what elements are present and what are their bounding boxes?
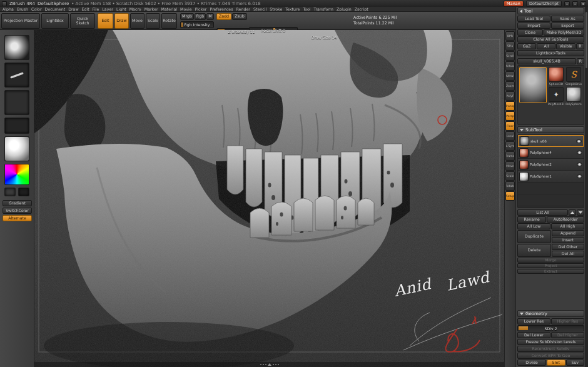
right-shelf-button[interactable]: PolyF <box>505 91 515 101</box>
current-tool-name[interactable]: skull_v065.4B <box>517 58 576 64</box>
projection-master-button[interactable]: Projection Master <box>1 13 40 29</box>
main-color-swatch[interactable] <box>4 188 16 196</box>
clone-button[interactable]: Clone <box>517 29 543 36</box>
brush-thumbnail[interactable] <box>4 35 29 60</box>
goz-visible-button[interactable]: Visible <box>556 43 575 49</box>
del-all-button[interactable]: Del All <box>552 251 584 257</box>
divide-button[interactable]: Divide <box>517 359 546 366</box>
menu-item[interactable]: Marker <box>144 7 158 11</box>
menu-item[interactable]: File <box>93 7 99 11</box>
menu-item[interactable]: Preferences <box>210 7 233 11</box>
sdiv-slider[interactable]: SDiv 2 <box>517 325 584 331</box>
right-shelf-button[interactable]: L.Sym <box>505 141 515 151</box>
menu-item[interactable]: Transform <box>314 7 333 11</box>
eye-icon[interactable] <box>577 174 582 178</box>
goz-all-button[interactable]: All <box>537 43 555 49</box>
suv-toggle[interactable]: Suv <box>566 359 585 366</box>
rename-button[interactable]: Rename <box>517 216 546 223</box>
import-button[interactable]: Import <box>517 23 550 29</box>
load-tool-button[interactable]: Load Tool <box>517 16 550 22</box>
menu-item[interactable]: Document <box>45 7 66 11</box>
eye-icon[interactable] <box>576 139 582 143</box>
clone-all-subtools-button[interactable]: Clone All SubTools <box>517 36 584 43</box>
user-button[interactable]: Manan <box>504 1 524 7</box>
menu-item[interactable]: Draw <box>68 7 78 11</box>
edit-button[interactable]: Edit <box>98 13 113 29</box>
make-polymesh3d-button[interactable]: Make PolyMesh3D <box>544 29 584 36</box>
extract-section[interactable]: Extract <box>517 269 584 274</box>
duplicate-button[interactable]: Duplicate <box>517 230 551 243</box>
tool-thumb-sphere3d[interactable]: Sphere3D <box>548 67 564 86</box>
alpha-thumbnail[interactable] <box>4 90 29 115</box>
eye-icon[interactable] <box>577 151 582 154</box>
right-shelf-button[interactable]: SPix <box>505 41 515 51</box>
menu-item[interactable]: Color <box>31 7 41 11</box>
lightbox-tools-button[interactable]: Lightbox>Tools <box>517 50 584 56</box>
menu-item[interactable]: Tool <box>303 7 310 11</box>
right-shelf-button[interactable]: BPR <box>505 31 515 41</box>
convert-bpr-button[interactable]: Convert BPR To Geo <box>517 353 584 359</box>
append-button[interactable]: Append <box>552 230 584 236</box>
del-other-button[interactable]: Del Other <box>552 244 584 250</box>
all-high-button[interactable]: All High <box>551 223 584 229</box>
insert-button[interactable]: Insert <box>552 237 584 243</box>
menu-item[interactable]: Zplugin <box>337 7 352 11</box>
subtool-row[interactable]: skull_v06 <box>518 135 584 147</box>
m-button[interactable]: M <box>206 13 214 20</box>
menu-item[interactable]: Layer <box>102 7 113 11</box>
menu-item[interactable]: Light <box>116 7 126 11</box>
merge-section[interactable]: Merge <box>517 258 584 263</box>
zsub-button[interactable]: Zsub <box>232 13 247 20</box>
geometry-section-header[interactable]: Geometry <box>517 310 584 317</box>
export-button[interactable]: Export <box>551 23 584 29</box>
subtool-section-header[interactable]: SubTool <box>517 126 584 133</box>
close-icon[interactable] <box>580 1 586 6</box>
delete-button[interactable]: Delete <box>517 244 551 257</box>
right-shelf-button[interactable]: Move <box>505 161 515 171</box>
project-section[interactable]: Project <box>517 263 584 268</box>
current-tool-r-button[interactable]: R <box>577 58 584 64</box>
right-shelf-button[interactable]: Setup <box>505 191 515 201</box>
goz-button[interactable]: GoZ <box>517 43 536 49</box>
texture-thumbnail[interactable] <box>4 118 29 134</box>
right-shelf-button[interactable]: Rotate <box>505 181 515 191</box>
draw-button[interactable]: Draw <box>114 13 129 29</box>
lower-res-button[interactable]: Lower Res <box>517 318 550 324</box>
current-tool-thumbnail[interactable] <box>519 67 547 103</box>
color-picker[interactable] <box>4 164 29 185</box>
alternate-button[interactable]: Alternate <box>3 215 32 221</box>
menu-item[interactable]: Stencil <box>253 7 266 11</box>
menu-item[interactable]: Macro <box>129 7 141 11</box>
menu-item[interactable]: Material <box>161 7 177 11</box>
menu-item[interactable]: Alpha <box>3 7 14 11</box>
eye-icon[interactable] <box>577 163 582 166</box>
quick-sketch-button[interactable]: Quick Sketch <box>70 13 95 29</box>
goz-r-button[interactable]: R <box>576 43 584 49</box>
list-all-button[interactable]: List All <box>517 209 568 216</box>
smt-toggle[interactable]: Smt <box>547 359 565 366</box>
right-shelf-button[interactable]: Actual <box>505 61 515 71</box>
reconstruct-subdiv-button[interactable]: Reconstruct Subdiv <box>517 346 584 352</box>
right-shelf-button[interactable]: Scale <box>505 171 515 181</box>
menu-item[interactable]: Brush <box>17 7 28 11</box>
tool-thumb-polysphere[interactable]: PolySphere <box>565 87 582 106</box>
menu-item[interactable]: Texture <box>285 7 300 11</box>
tool-thumb-polymesh3d[interactable]: ✦ PolyMesh3D <box>548 87 564 106</box>
right-shelf-button[interactable]: Scroll <box>505 51 515 61</box>
right-shelf-button[interactable]: Floor <box>505 121 515 131</box>
stroke-thumbnail[interactable] <box>4 63 29 88</box>
default-zscript-button[interactable]: DefaultZScript <box>526 1 562 7</box>
right-shelf-button[interactable]: Transp <box>505 101 515 111</box>
material-thumbnail[interactable] <box>4 136 29 161</box>
maximize-icon[interactable] <box>572 1 578 6</box>
menu-item[interactable]: Edit <box>82 7 89 11</box>
autoreorder-button[interactable]: AutoReorder <box>547 216 584 223</box>
subtool-row[interactable]: PolySphere1 <box>518 171 584 183</box>
lightbox-button[interactable]: LightBox <box>41 13 69 29</box>
menu-item[interactable]: Stroke <box>270 7 282 11</box>
gradient-button[interactable]: Gradient <box>3 200 32 206</box>
sculpt-canvas[interactable]: Anid Lawd <box>34 30 504 367</box>
minimize-icon[interactable] <box>564 1 570 6</box>
higher-res-button[interactable]: Higher Res <box>551 318 584 324</box>
palette-scrollbar[interactable] <box>585 7 588 367</box>
